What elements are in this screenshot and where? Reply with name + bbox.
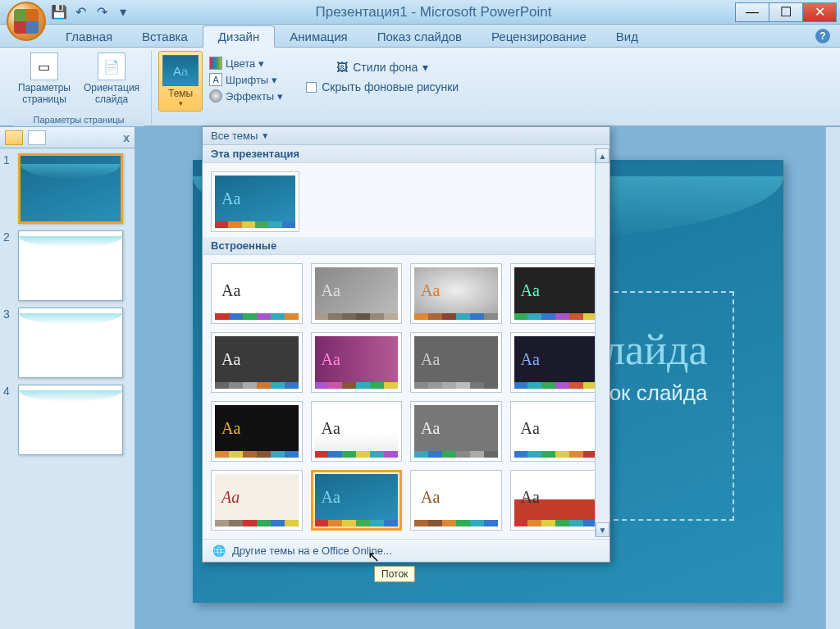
save-icon[interactable]: 💾: [51, 4, 67, 21]
thumb-number: 2: [3, 230, 13, 244]
title-bar: 💾 ↶ ↷ ▾ Презентация1 - Microsoft PowerPo…: [0, 0, 840, 25]
slide-panel: x 1 2 3 4: [0, 127, 135, 629]
tab-view[interactable]: Вид: [601, 26, 653, 47]
themes-gallery-dropdown: Все темы ▼ Эта презентация Aa Встроенные…: [202, 126, 610, 563]
theme-item[interactable]: Aa: [311, 332, 403, 393]
background-styles-button[interactable]: 🖼Стили фона ▾: [330, 57, 435, 77]
thumb-number: 3: [3, 308, 13, 321]
theme-item[interactable]: Aa: [410, 401, 502, 462]
effects-icon: [209, 89, 222, 103]
gallery-all-themes-header[interactable]: Все темы ▼: [203, 127, 609, 145]
theme-item-current[interactable]: Aa: [211, 171, 299, 232]
vertical-scrollbar[interactable]: [825, 127, 840, 629]
theme-item[interactable]: Aa: [510, 401, 602, 462]
slide-thumbnail-1[interactable]: [18, 153, 123, 224]
theme-tooltip: Поток: [374, 566, 415, 582]
ribbon: ▭ Параметры страницы 📄 Ориентация слайда…: [0, 48, 840, 126]
chevron-down-icon: ▼: [261, 131, 269, 140]
theme-item[interactable]: Aa: [510, 332, 602, 393]
scroll-up-icon[interactable]: ▲: [596, 148, 609, 163]
colors-icon: [209, 57, 222, 70]
tab-animation[interactable]: Анимация: [275, 26, 362, 47]
slides-tab-icon[interactable]: [5, 130, 23, 145]
tab-design[interactable]: Дизайн: [203, 25, 275, 48]
orientation-icon: 📄: [98, 52, 126, 80]
scroll-down-icon[interactable]: ▼: [596, 522, 609, 537]
theme-item[interactable]: Aa: [311, 401, 403, 462]
maximize-button[interactable]: ☐: [769, 2, 803, 22]
thumb-number: 4: [3, 385, 13, 398]
undo-icon[interactable]: ↶: [72, 4, 89, 21]
office-button[interactable]: [7, 2, 46, 41]
slide-thumbnail-2[interactable]: [18, 230, 123, 301]
fonts-icon: A: [209, 73, 222, 86]
slide-thumbnail-3[interactable]: [18, 308, 123, 378]
gallery-more-online[interactable]: 🌐 Другие темы на e Office Online...: [203, 539, 609, 562]
theme-item[interactable]: Aa: [211, 401, 303, 462]
group-themes: Aa Темы ▾ Цвета ▾ AШрифты ▾ Эффекты ▾: [152, 51, 293, 126]
panel-close-icon[interactable]: x: [123, 131, 130, 144]
theme-item[interactable]: Aa: [211, 332, 303, 393]
group-page-setup: ▭ Параметры страницы 📄 Ориентация слайда…: [7, 51, 152, 126]
window-title: Презентация1 - Microsoft PowerPoint: [131, 4, 736, 21]
ribbon-tabs: Главная Вставка Дизайн Анимация Показ сл…: [0, 25, 840, 48]
theme-item[interactable]: Aa: [410, 332, 502, 393]
theme-item[interactable]: Aa: [510, 470, 602, 531]
page-setup-button[interactable]: ▭ Параметры страницы: [13, 51, 75, 107]
group-label-pagesetup: Параметры страницы: [13, 113, 144, 126]
gallery-scrollbar[interactable]: ▲ ▼: [595, 148, 609, 537]
theme-item-flow-hover[interactable]: Aa: [311, 470, 403, 531]
tab-home[interactable]: Главная: [51, 26, 127, 47]
bg-styles-icon: 🖼: [336, 61, 348, 74]
redo-icon[interactable]: ↷: [94, 4, 110, 21]
theme-item[interactable]: Aa: [211, 470, 303, 531]
effects-button[interactable]: Эффекты ▾: [206, 89, 286, 103]
slide-thumbnail-4[interactable]: [18, 385, 123, 455]
page-setup-icon: ▭: [30, 52, 58, 80]
gallery-section-this-presentation: Эта презентация: [203, 145, 609, 163]
hide-bg-checkbox[interactable]: Скрыть фоновые рисунки: [299, 77, 465, 97]
close-button[interactable]: ✕: [802, 2, 837, 22]
theme-item[interactable]: Aa: [311, 263, 403, 324]
theme-item[interactable]: Aa: [211, 263, 303, 324]
colors-button[interactable]: Цвета ▾: [206, 56, 286, 71]
slide-orientation-button[interactable]: 📄 Ориентация слайда: [79, 51, 144, 107]
minimize-button[interactable]: —: [735, 2, 769, 22]
thumb-number: 1: [3, 153, 13, 166]
theme-item[interactable]: Aa: [410, 470, 502, 531]
fonts-button[interactable]: AШрифты ▾: [206, 72, 286, 87]
theme-item[interactable]: Aa: [410, 263, 502, 324]
office-online-icon: 🌐: [212, 545, 226, 557]
tab-insert[interactable]: Вставка: [127, 26, 203, 47]
qat-dropdown-icon[interactable]: ▾: [115, 4, 131, 21]
themes-gallery-button[interactable]: Aa Темы ▾: [158, 51, 203, 112]
checkbox-icon: [306, 82, 317, 93]
gallery-section-builtin: Встроенные: [203, 237, 609, 255]
quick-access-toolbar: 💾 ↶ ↷ ▾: [51, 4, 131, 21]
help-icon[interactable]: ?: [815, 29, 830, 43]
tab-review[interactable]: Рецензирование: [477, 26, 601, 47]
tab-slideshow[interactable]: Показ слайдов: [363, 26, 477, 47]
theme-thumb-icon: Aa: [162, 55, 199, 86]
theme-item[interactable]: Aa: [510, 263, 602, 324]
group-background: 🖼Стили фона ▾ Скрыть фоновые рисунки: [293, 51, 472, 126]
outline-tab-icon[interactable]: [28, 130, 46, 145]
